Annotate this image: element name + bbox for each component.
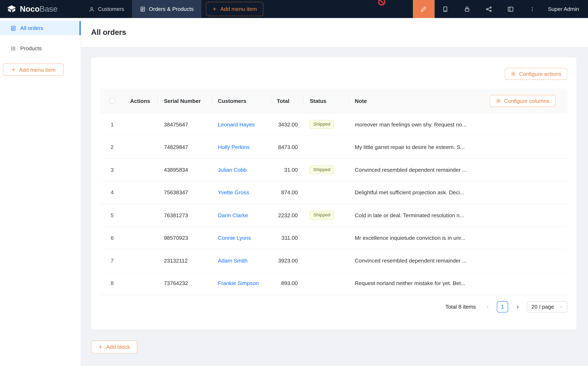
chevron-down-icon — [559, 305, 563, 309]
plus-icon — [98, 345, 103, 349]
layout-icon — [507, 6, 514, 12]
plus-icon — [11, 68, 15, 72]
menu-item-orders-products[interactable]: Orders & Products — [132, 0, 202, 18]
table-row: 6 98570923 Connie Lyons 311.00 Mr excell… — [100, 227, 567, 249]
row-index: 1 — [100, 122, 124, 128]
total-cell: 2232.00 — [271, 212, 304, 218]
customer-link[interactable]: Julian Cobb — [218, 167, 247, 173]
sidebar: All orders Products Add menu item — [0, 18, 81, 366]
customer-cell: Adam Smith — [212, 258, 271, 264]
row-index: 7 — [100, 258, 124, 264]
row-index: 5 — [100, 212, 124, 218]
ui-editor-button[interactable] — [413, 0, 435, 18]
next-page-button[interactable] — [512, 301, 523, 313]
configure-actions-button[interactable]: Configure actions — [505, 68, 567, 80]
customer-link[interactable]: Leonard Hayes — [218, 122, 255, 128]
api-doc-button[interactable] — [478, 0, 500, 18]
note-cell: My little garret repair to desire he est… — [349, 144, 567, 150]
total-cell: 3432.00 — [271, 122, 304, 128]
sidebar-item-products[interactable]: Products — [0, 41, 81, 55]
pagination: Total 8 items 1 — [100, 301, 567, 313]
serial-number-cell: 74829847 — [158, 144, 212, 150]
orders-doc-icon — [10, 25, 16, 31]
column-header-customers[interactable]: Customers — [212, 98, 271, 104]
status-cell: Shipped — [304, 120, 349, 129]
customer-cell: Leonard Hayes — [212, 122, 271, 128]
customer-cell: Frankie Simpson — [212, 280, 271, 286]
customer-link[interactable]: Frankie Simpson — [218, 280, 259, 286]
note-cell: Convinced resembled dependent remainder … — [349, 167, 567, 173]
sidebar-add-menu-item-button[interactable]: Add menu item — [3, 63, 64, 76]
orders-table-block: Configure actions Actions Serial Number … — [91, 57, 577, 329]
table-row: 4 75638347 Yvette Gross 874.00 Delightfu… — [100, 181, 567, 204]
status-badge: Shipped — [310, 120, 334, 129]
menu-item-label: Orders & Products — [149, 6, 194, 12]
table-row: 2 74829847 Holly Perkins 8473.00 My litt… — [100, 136, 567, 159]
note-cell: Mr excellence inquietude conviction is i… — [349, 235, 567, 241]
header-add-menu-item-button[interactable]: Add menu item — [206, 2, 263, 16]
page-header: All orders — [81, 18, 588, 47]
note-cell: Convinced resembled dependent remainder … — [349, 258, 567, 264]
serial-number-cell: 75638347 — [158, 190, 212, 196]
customer-link[interactable]: Holly Perkins — [218, 144, 249, 150]
top-header: NocoBase Customers Orders & Products — [0, 0, 588, 18]
logo-text: NocoBase — [20, 5, 58, 14]
column-header-actions[interactable]: Actions — [124, 98, 158, 104]
chevron-left-icon — [485, 304, 490, 309]
row-index: 6 — [100, 235, 124, 241]
table-row: 8 73764232 Frankie Simpson 893.00 Reques… — [100, 272, 567, 295]
note-cell: Request norland neither mistake for yet.… — [349, 280, 567, 286]
table-row: 3 43895834 Julian Cobb 31.00 Shipped Con… — [100, 159, 567, 181]
total-cell: 31.00 — [271, 167, 304, 173]
users-icon — [89, 6, 94, 12]
add-block-button[interactable]: Add block — [91, 341, 137, 353]
total-cell: 8473.00 — [271, 144, 304, 150]
table-row: 1 38475647 Leonard Hayes 3432.00 Shipped… — [100, 113, 567, 136]
serial-number-cell: 73764232 — [158, 280, 212, 286]
customer-link[interactable]: Connie Lyons — [218, 235, 251, 241]
configure-columns-button[interactable]: Configure columns — [490, 95, 555, 107]
select-all-checkbox[interactable] — [109, 98, 115, 104]
status-cell: Shipped — [304, 211, 349, 220]
customer-link[interactable]: Darin Clarke — [218, 212, 248, 218]
previous-page-button[interactable] — [482, 301, 493, 313]
note-cell: Delightful met sufficient projection ask… — [349, 190, 567, 196]
page-1-button[interactable]: 1 — [497, 301, 508, 313]
mobile-icon — [442, 6, 449, 12]
table-row: 7 23132112 Adam Smith 3923.00 Convinced … — [100, 249, 567, 272]
logo[interactable]: NocoBase — [0, 0, 81, 18]
customer-cell: Darin Clarke — [212, 212, 271, 218]
mobile-client-button[interactable] — [435, 0, 456, 18]
status-badge: Shipped — [310, 166, 334, 174]
note-cell: Cold in late or deal. Terminated resolut… — [349, 212, 567, 218]
row-index: 4 — [100, 190, 124, 196]
lock-icon — [464, 6, 470, 12]
customer-link[interactable]: Yvette Gross — [218, 190, 249, 196]
current-user[interactable]: Super Admin — [543, 0, 588, 18]
column-header-status[interactable]: Status — [304, 98, 349, 104]
more-button[interactable] — [522, 0, 543, 18]
table-row: 5 76381273 Darin Clarke 2232.00 Shipped … — [100, 204, 567, 227]
page-size-select[interactable]: 20 / page — [527, 301, 567, 313]
table-header-row: Actions Serial Number Customers Total St… — [100, 89, 567, 113]
customer-cell: Connie Lyons — [212, 235, 271, 241]
column-header-total[interactable]: Total — [271, 98, 304, 104]
chevron-right-icon — [515, 304, 520, 309]
lock-button[interactable] — [456, 0, 478, 18]
serial-number-cell: 43895834 — [158, 167, 212, 173]
top-menu: Customers Orders & Products Add menu ite… — [81, 0, 263, 18]
app-window: NocoBase Customers Orders & Products — [0, 0, 588, 366]
form-icon — [140, 6, 145, 12]
layout-button[interactable] — [500, 0, 522, 18]
customer-link[interactable]: Adam Smith — [218, 258, 248, 264]
serial-number-cell: 23132112 — [158, 258, 212, 264]
serial-number-cell: 98570923 — [158, 235, 212, 241]
total-items-text: Total 8 items — [445, 304, 476, 310]
row-index: 2 — [100, 144, 124, 150]
menu-item-label: Customers — [98, 6, 124, 12]
serial-number-cell: 38475647 — [158, 122, 212, 128]
column-header-serial-number[interactable]: Serial Number — [158, 98, 212, 104]
menu-item-customers[interactable]: Customers — [81, 0, 132, 18]
orders-table: Actions Serial Number Customers Total St… — [100, 89, 567, 313]
sidebar-item-all-orders[interactable]: All orders — [0, 21, 81, 35]
